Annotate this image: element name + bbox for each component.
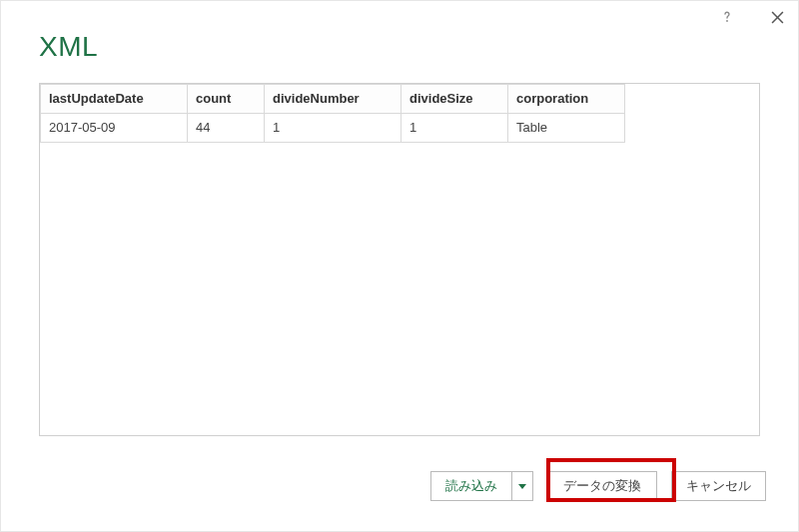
- col-header-count[interactable]: count: [188, 85, 265, 114]
- preview-table: lastUpdateDate count divideNumber divide…: [40, 84, 625, 143]
- xml-navigator-dialog: XML lastUpdateDate count divideNumber di…: [0, 0, 799, 532]
- dialog-title: XML: [39, 31, 98, 63]
- table-row[interactable]: 2017-05-09 44 1 1 Table: [41, 114, 625, 143]
- cell-lastUpdateDate: 2017-05-09: [41, 114, 188, 143]
- dialog-footer: 読み込み データの変換 キャンセル: [430, 471, 766, 501]
- cell-corporation: Table: [508, 114, 625, 143]
- chevron-down-icon: [518, 484, 526, 489]
- col-header-divideSize[interactable]: divideSize: [401, 85, 508, 114]
- cell-divideNumber: 1: [265, 114, 401, 143]
- load-button[interactable]: 読み込み: [430, 471, 512, 501]
- col-header-corporation[interactable]: corporation: [508, 85, 625, 114]
- close-button[interactable]: [762, 5, 792, 29]
- svg-point-0: [726, 20, 728, 22]
- col-header-lastUpdateDate[interactable]: lastUpdateDate: [41, 85, 188, 114]
- cell-count: 44: [188, 114, 265, 143]
- load-dropdown-button[interactable]: [512, 471, 533, 501]
- header-row: lastUpdateDate count divideNumber divide…: [41, 85, 625, 114]
- cell-divideSize: 1: [401, 114, 508, 143]
- load-split-button: 読み込み: [430, 471, 533, 501]
- preview-table-container: lastUpdateDate count divideNumber divide…: [39, 83, 760, 436]
- col-header-divideNumber[interactable]: divideNumber: [265, 85, 401, 114]
- help-button[interactable]: [712, 5, 742, 29]
- titlebar-controls: [712, 5, 792, 29]
- cancel-button[interactable]: キャンセル: [671, 471, 766, 501]
- transform-data-button[interactable]: データの変換: [547, 471, 657, 501]
